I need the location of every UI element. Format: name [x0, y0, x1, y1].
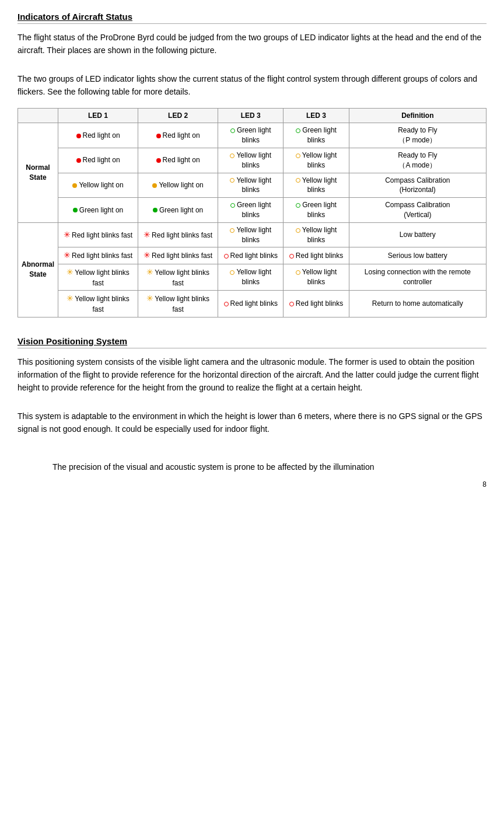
dot-yellow-outline	[296, 153, 300, 158]
dot-red-filled	[76, 134, 81, 138]
table-row: ✳Red light blinks fast ✳Red light blinks…	[18, 247, 487, 264]
abnormal-row1-def: Low battery	[349, 222, 486, 247]
normal-row1-led3a: Green light blinks	[218, 123, 284, 148]
abnormal-row2-led1: ✳Red light blinks fast	[58, 247, 138, 264]
normal-row2-led2: Red light on	[138, 148, 218, 173]
table-row: Red light on Red light on Yellow light b…	[18, 148, 487, 173]
abnormal-row4-led3a: Red light blinks	[218, 291, 284, 317]
asterisk-red-icon: ✳	[144, 230, 150, 239]
dot-yellow-outline	[296, 228, 300, 233]
abnormal-row1-led3b: Yellow light blinks	[284, 222, 349, 247]
spacer2	[18, 327, 487, 336]
normal-row4-led3b: Green light blinks	[284, 198, 349, 223]
dot-yellow-outline	[230, 153, 235, 158]
dot-yellow-filled	[72, 183, 77, 188]
normal-row2-led3b: Yellow light blinks	[284, 148, 349, 173]
section1-title: Indicators of Aircraft Status	[18, 12, 487, 24]
normal-row1-def: Ready to Fly（P mode）	[349, 123, 486, 148]
section1-para1: The flight status of the ProDrone Byrd c…	[18, 31, 487, 57]
section1-para2: The two groups of LED indicator lights s…	[18, 72, 487, 99]
spacer3	[18, 400, 487, 410]
normal-row1-led1: Red light on	[58, 123, 138, 148]
col-led3b: LED 3	[284, 108, 349, 123]
dot-red-outline	[289, 302, 294, 306]
dot-green-outline	[230, 203, 235, 208]
dot-yellow-filled	[152, 183, 157, 188]
dot-red-filled	[76, 158, 81, 163]
section2-title: Vision Positioning System	[18, 336, 487, 348]
page-number: 8	[18, 479, 487, 490]
abnormal-row3-led3a: Yellow light blinks	[218, 264, 284, 290]
dot-green-outline	[230, 128, 235, 133]
normal-row3-led2: Yellow light on	[138, 173, 218, 198]
dot-green-filled	[73, 208, 78, 212]
asterisk-yellow-icon: ✳	[66, 267, 74, 277]
normal-row1-led3b: Green light blinks	[284, 123, 349, 148]
spacer5	[18, 451, 487, 460]
spacer1	[18, 63, 487, 72]
normal-row1-led2: Red light on	[138, 123, 218, 148]
dot-red-outline	[224, 302, 229, 306]
dot-red-filled	[156, 158, 161, 163]
abnormal-row4-led3b: Red light blinks	[284, 291, 349, 317]
dot-green-filled	[153, 208, 158, 212]
abnormal-row3-led1: ✳Yellow light blinks fast	[58, 264, 138, 290]
section2-para2: This system is adaptable to the environm…	[18, 410, 487, 436]
asterisk-red-icon: ✳	[64, 230, 71, 239]
normal-row3-led3a: Yellow light blinks	[218, 173, 284, 198]
dot-yellow-outline	[296, 270, 300, 275]
section2-note: The precision of the visual and acoustic…	[18, 460, 487, 473]
table-row: ✳Yellow light blinks fast ✳Yellow light …	[18, 291, 487, 317]
col-led2: LED 2	[138, 108, 218, 123]
dot-green-outline	[296, 128, 300, 133]
col-state	[18, 108, 58, 123]
table-header-row: LED 1 LED 2 LED 3 LED 3 Definition	[18, 108, 487, 123]
abnormal-row4-led1: ✳Yellow light blinks fast	[58, 291, 138, 317]
abnormal-row2-led2: ✳Red light blinks fast	[138, 247, 218, 264]
table-row: ✳Yellow light blinks fast ✳Yellow light …	[18, 264, 487, 290]
normal-state-cell: NormalState	[18, 123, 58, 222]
normal-row4-led2: Green light on	[138, 198, 218, 223]
abnormal-row4-led2: ✳Yellow light blinks fast	[138, 291, 218, 317]
abnormal-row2-led3b: Red light blinks	[284, 247, 349, 264]
normal-row4-def: Compass Calibration(Vertical)	[349, 198, 486, 223]
normal-row2-led3a: Yellow light blinks	[218, 148, 284, 173]
col-definition: Definition	[349, 108, 486, 123]
abnormal-row3-led2: ✳Yellow light blinks fast	[138, 264, 218, 290]
col-led3a: LED 3	[218, 108, 284, 123]
normal-row4-led1: Green light on	[58, 198, 138, 223]
abnormal-row1-led1: ✳Red light blinks fast	[58, 222, 138, 247]
asterisk-yellow-icon: ✳	[66, 294, 74, 303]
table-row: AbnormalState ✳Red light blinks fast ✳Re…	[18, 222, 487, 247]
normal-row4-led3a: Green light blinks	[218, 198, 284, 223]
asterisk-red-icon: ✳	[64, 250, 71, 260]
abnormal-row2-def: Serious low battery	[349, 247, 486, 264]
normal-row3-led3b: Yellow light blinks	[284, 173, 349, 198]
abnormal-state-cell: AbnormalState	[18, 222, 58, 317]
asterisk-yellow-icon: ✳	[146, 294, 153, 303]
dot-yellow-outline	[230, 228, 235, 233]
table-row: NormalState Red light on Red light on Gr…	[18, 123, 487, 148]
table-row: Green light on Green light on Green ligh…	[18, 198, 487, 223]
abnormal-row1-led2: ✳Red light blinks fast	[138, 222, 218, 247]
abnormal-row3-def: Losing connection with the remote contro…	[349, 264, 486, 290]
spacer4	[18, 442, 487, 451]
normal-row2-led1: Red light on	[58, 148, 138, 173]
led-status-table: LED 1 LED 2 LED 3 LED 3 Definition Norma…	[18, 108, 487, 317]
normal-row2-def: Ready to Fly（A mode）	[349, 148, 486, 173]
normal-row3-def: Compass Calibration(Horizontal)	[349, 173, 486, 198]
col-led1: LED 1	[58, 108, 138, 123]
normal-row3-led1: Yellow light on	[58, 173, 138, 198]
abnormal-row3-led3b: Yellow light blinks	[284, 264, 349, 290]
abnormal-row1-led3a: Yellow light blinks	[218, 222, 284, 247]
dot-yellow-outline	[230, 178, 235, 183]
dot-yellow-outline	[296, 178, 300, 183]
dot-red-filled	[156, 134, 161, 138]
dot-yellow-outline	[230, 270, 235, 275]
asterisk-yellow-icon: ✳	[146, 267, 153, 277]
asterisk-red-icon: ✳	[144, 250, 150, 260]
table-row: Yellow light on Yellow light on Yellow l…	[18, 173, 487, 198]
abnormal-row2-led3a: Red light blinks	[218, 247, 284, 264]
dot-green-outline	[296, 203, 300, 208]
section2-para1: This positioning system consists of the …	[18, 355, 487, 395]
